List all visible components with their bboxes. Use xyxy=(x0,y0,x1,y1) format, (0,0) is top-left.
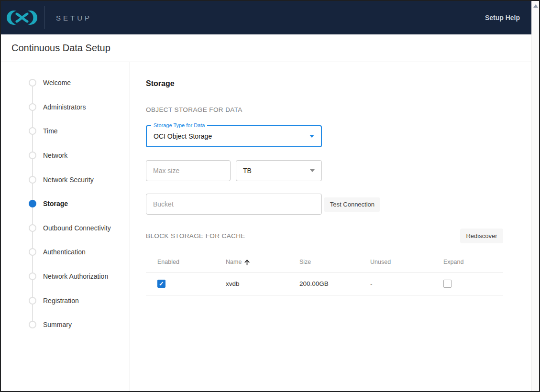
object-storage-section: OBJECT STORAGE FOR DATA Storage Type for… xyxy=(146,106,531,215)
step-heading: Storage xyxy=(146,79,531,88)
expand-checkbox[interactable] xyxy=(443,280,452,288)
step-circle-icon xyxy=(29,79,36,87)
sidebar-item-network[interactable]: Network xyxy=(1,143,130,168)
step-circle-icon xyxy=(29,321,36,328)
sidebar-item-network-authorization[interactable]: Network Authorization xyxy=(1,264,130,289)
test-connection-button[interactable]: Test Connection xyxy=(324,197,380,212)
sidebar-item-storage[interactable]: Storage xyxy=(1,192,130,216)
device-unused-cell: - xyxy=(359,272,432,295)
step-circle-icon xyxy=(29,127,36,135)
vertical-scrollbar[interactable] xyxy=(531,1,539,391)
storage-step-panel: Storage OBJECT STORAGE FOR DATA Storage … xyxy=(130,62,531,391)
rediscover-button[interactable]: Rediscover xyxy=(460,229,503,243)
sidebar-item-registration[interactable]: Registration xyxy=(1,288,130,313)
col-header-enabled[interactable]: Enabled xyxy=(146,250,214,272)
page-title: Continuous Data Setup xyxy=(11,43,110,54)
size-unit-value: TB xyxy=(243,167,252,174)
setup-help-link[interactable]: Setup Help xyxy=(485,14,520,22)
sidebar-item-time[interactable]: Time xyxy=(1,119,130,143)
sidebar-item-network-security[interactable]: Network Security xyxy=(1,167,130,192)
sidebar-item-administrators[interactable]: Administrators xyxy=(1,95,130,120)
sidebar-item-authentication[interactable]: Authentication xyxy=(1,240,130,264)
object-storage-section-title: OBJECT STORAGE FOR DATA xyxy=(146,106,531,113)
app-header: SETUP Setup Help xyxy=(1,1,531,34)
storage-type-select[interactable]: Storage Type for Data OCI Object Storage xyxy=(146,125,322,147)
step-circle-active-icon xyxy=(29,200,36,207)
stepper-list: Welcome Administrators Time Network Netw… xyxy=(1,71,130,337)
device-name-cell: xvdb xyxy=(214,272,288,295)
delphix-logo-icon xyxy=(6,7,38,29)
scroll-up-arrow-icon[interactable] xyxy=(533,4,538,8)
table-header-row: Enabled Name Size xyxy=(146,250,503,272)
bucket-input[interactable] xyxy=(146,194,322,215)
section-divider xyxy=(146,223,503,223)
storage-type-label: Storage Type for Data xyxy=(151,122,207,129)
col-header-name[interactable]: Name xyxy=(214,250,288,272)
device-size-cell: 200.00GB xyxy=(288,272,359,295)
app-window: SETUP Setup Help Continuous Data Setup W… xyxy=(0,0,540,392)
chevron-down-icon xyxy=(309,135,314,138)
product-name: SETUP xyxy=(56,14,92,22)
storage-type-value: OCI Object Storage xyxy=(154,132,212,140)
enabled-checkbox[interactable] xyxy=(157,280,165,288)
sidebar-item-welcome[interactable]: Welcome xyxy=(1,71,130,95)
step-circle-icon xyxy=(29,152,36,159)
step-circle-icon xyxy=(29,176,36,184)
step-circle-icon xyxy=(29,248,36,256)
block-storage-section-title: BLOCK STORAGE FOR CACHE xyxy=(146,232,245,240)
header-divider xyxy=(44,6,44,29)
col-header-size[interactable]: Size xyxy=(288,250,359,272)
block-devices-table: Enabled Name Size xyxy=(146,250,503,295)
block-storage-section: BLOCK STORAGE FOR CACHE Rediscover Enabl… xyxy=(146,229,531,295)
table-row: xvdb 200.00GB - xyxy=(146,272,503,295)
step-circle-icon xyxy=(29,272,36,280)
size-unit-select[interactable]: TB xyxy=(236,160,322,181)
setup-stepper-sidebar: Welcome Administrators Time Network Netw… xyxy=(1,62,130,391)
title-bar: Continuous Data Setup xyxy=(1,34,531,62)
max-size-input[interactable] xyxy=(146,160,231,181)
chevron-down-icon xyxy=(310,169,315,172)
sort-ascending-icon xyxy=(244,259,250,265)
step-circle-icon xyxy=(29,297,36,305)
col-header-unused[interactable]: Unused xyxy=(359,250,432,272)
step-circle-icon xyxy=(29,224,36,232)
sidebar-item-summary[interactable]: Summary xyxy=(1,313,130,337)
sidebar-item-outbound-connectivity[interactable]: Outbound Connectivity xyxy=(1,216,130,240)
col-header-expand[interactable]: Expand xyxy=(432,250,503,272)
step-circle-icon xyxy=(29,103,36,111)
